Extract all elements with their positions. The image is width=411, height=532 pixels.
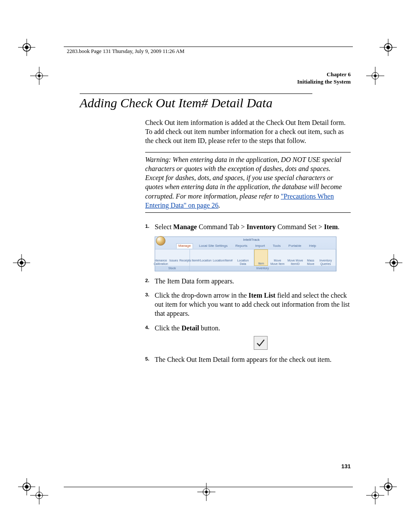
step-1: 1. Select Manage Command Tab > Inventory… bbox=[145, 222, 351, 271]
ribbon-screenshot: IntelliTrack Manage Local Site Settings … bbox=[155, 236, 351, 271]
chapter-label: Chapter 6 Initializing the System bbox=[80, 71, 351, 86]
registration-mark-icon bbox=[366, 67, 384, 87]
registration-mark-icon bbox=[30, 67, 48, 87]
step-number: 2. bbox=[145, 277, 149, 284]
crop-mark-icon bbox=[13, 254, 30, 271]
section-rule bbox=[80, 93, 312, 94]
crop-mark-icon bbox=[18, 478, 35, 495]
svg-point-27 bbox=[38, 75, 40, 77]
header-crop-text: 2283.book Page 131 Thursday, July 9, 200… bbox=[67, 48, 184, 55]
group-label-inventory: Inventory bbox=[190, 266, 336, 271]
chapter-title: Initializing the System bbox=[297, 78, 351, 85]
footer-rule bbox=[64, 487, 353, 487]
header-rule bbox=[64, 47, 353, 47]
step-3: 3. Click the drop-down arrow in the Item… bbox=[145, 291, 351, 318]
tab-manage: Manage bbox=[176, 243, 193, 249]
svg-point-36 bbox=[372, 492, 379, 499]
crop-mark-icon bbox=[380, 478, 397, 495]
crop-mark-icon bbox=[380, 39, 397, 56]
tab-import: Import bbox=[253, 244, 267, 249]
svg-point-32 bbox=[36, 492, 43, 499]
svg-point-31 bbox=[374, 75, 377, 77]
checkmark-icon bbox=[254, 336, 268, 350]
tab-tools: Tools bbox=[271, 244, 283, 249]
step-number: 4. bbox=[145, 324, 149, 331]
step-2: 2. The Item Data form appears. bbox=[145, 277, 351, 286]
step-4: 4. Click the Detail button. bbox=[145, 324, 351, 350]
section-title: Adding Check Out Item# Detail Data bbox=[80, 96, 351, 110]
svg-point-24 bbox=[36, 72, 43, 79]
warning-block: Warning: When entering data in the appli… bbox=[145, 152, 351, 213]
tab-help: Help bbox=[307, 244, 318, 249]
chapter-number: Chapter 6 bbox=[327, 71, 351, 78]
step-number: 3. bbox=[145, 292, 149, 298]
crop-mark-icon bbox=[385, 254, 402, 271]
office-button-icon bbox=[156, 236, 165, 246]
tab-portable: Portable bbox=[287, 244, 303, 249]
warning-suffix: . bbox=[218, 202, 220, 209]
svg-point-35 bbox=[38, 494, 40, 497]
svg-point-40 bbox=[203, 488, 210, 495]
tab-reports: Reports bbox=[234, 244, 249, 249]
app-title: IntelliTrack bbox=[167, 237, 336, 243]
intro-paragraph: Check Out item information is added at t… bbox=[145, 118, 351, 145]
step-number: 1. bbox=[145, 223, 149, 230]
ribbon-tabs: Manage Local Site Settings Reports Impor… bbox=[167, 243, 336, 249]
svg-point-43 bbox=[205, 491, 208, 493]
tab-local-site-settings: Local Site Settings bbox=[197, 244, 229, 249]
svg-point-39 bbox=[374, 494, 377, 497]
step-number: 5. bbox=[145, 356, 149, 362]
page-number: 131 bbox=[341, 463, 351, 470]
group-label-stock: Stock bbox=[155, 266, 190, 271]
crop-mark-icon bbox=[18, 39, 35, 56]
registration-mark-icon bbox=[197, 483, 215, 503]
svg-point-28 bbox=[372, 72, 379, 79]
step-5: 5. The Check Out Item Detail form appear… bbox=[145, 355, 351, 364]
